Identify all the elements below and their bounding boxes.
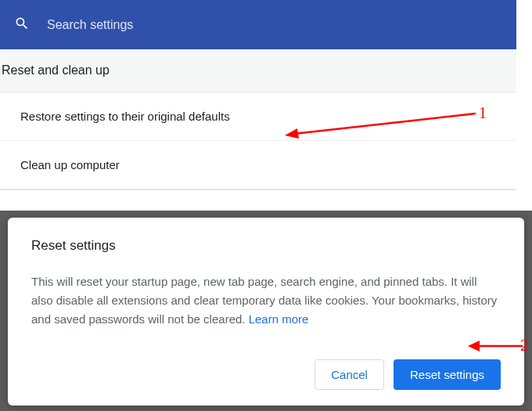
section-heading: Reset and clean up <box>0 49 516 92</box>
scrollbar-track[interactable] <box>516 0 532 211</box>
cleanup-computer-row[interactable]: Clean up computer <box>0 140 516 189</box>
reset-settings-button[interactable]: Reset settings <box>394 359 501 390</box>
reset-settings-dialog: Reset settings This will reset your star… <box>8 218 524 406</box>
search-icon <box>14 16 30 34</box>
dialog-title: Reset settings <box>31 238 501 254</box>
dialog-actions: Cancel Reset settings <box>31 350 501 390</box>
settings-card: Restore settings to their original defau… <box>0 92 516 189</box>
dialog-body: This will reset your startup page, new t… <box>31 272 501 329</box>
learn-more-link[interactable]: Learn more <box>249 312 309 326</box>
reset-cleanup-section: Reset and clean up Restore settings to t… <box>0 49 516 190</box>
search-input[interactable] <box>47 18 438 32</box>
cancel-button[interactable]: Cancel <box>315 359 384 390</box>
search-bar <box>0 0 516 49</box>
restore-defaults-row[interactable]: Restore settings to their original defau… <box>0 92 516 140</box>
